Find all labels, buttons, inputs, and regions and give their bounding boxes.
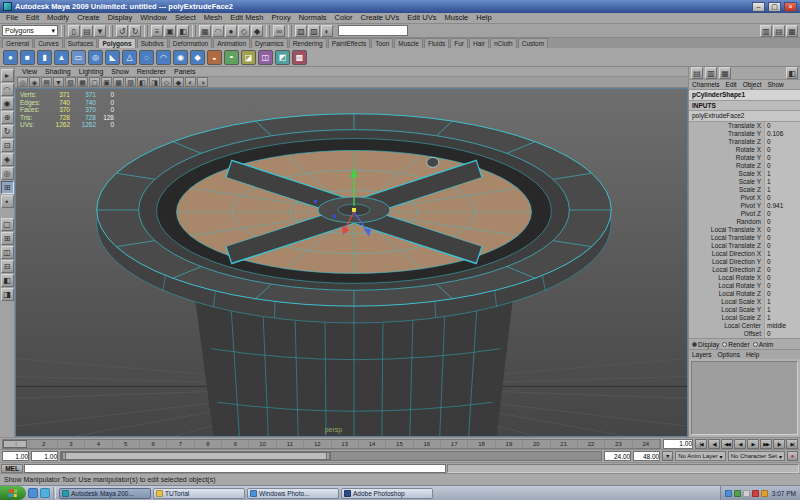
menu-item[interactable]: Window: [136, 13, 171, 23]
panel-toolbar-icon[interactable]: ▦: [77, 77, 88, 87]
menu-item[interactable]: Edit: [22, 13, 43, 23]
layout-shortcut-button[interactable]: ◧: [1, 274, 14, 287]
channel-attribute-name[interactable]: Translate Z: [689, 138, 764, 146]
status-line-icon[interactable]: ▼: [94, 25, 106, 37]
menu-item[interactable]: Display: [104, 13, 137, 23]
current-frame-marker[interactable]: [3, 440, 27, 448]
panel-toolbar-icon[interactable]: ▨: [125, 77, 136, 87]
layout-shortcut-button[interactable]: ◨: [1, 288, 14, 301]
channel-attribute-name[interactable]: Translate X: [689, 122, 764, 130]
channel-attribute-value[interactable]: 0.941: [764, 202, 800, 210]
shelf-icon[interactable]: ◠: [156, 50, 171, 65]
channel-attribute-value[interactable]: 0: [764, 258, 800, 266]
layout-shortcut-button[interactable]: ⊞: [1, 232, 14, 245]
frame-tick[interactable]: 20: [523, 440, 550, 448]
channel-list-view-icon[interactable]: ▤: [691, 67, 703, 79]
playback-end-field[interactable]: [604, 451, 631, 461]
toolbox-tool[interactable]: ⊡: [1, 139, 14, 152]
shelf-tab[interactable]: Animation: [213, 38, 250, 48]
taskbar-clock[interactable]: 3:07 PM: [770, 490, 796, 497]
toolbox-tool[interactable]: ◎: [1, 167, 14, 180]
quick-launch-icon[interactable]: [40, 488, 50, 498]
playback-button[interactable]: ▶▶: [760, 439, 772, 449]
shelf-tab[interactable]: nCloth: [490, 38, 517, 48]
channel-attribute-value[interactable]: middle: [764, 322, 800, 330]
playback-button[interactable]: ◀◀: [721, 439, 733, 449]
menu-item[interactable]: File: [2, 13, 22, 23]
shelf-icon[interactable]: ◉: [173, 50, 188, 65]
tray-icon[interactable]: [725, 490, 732, 497]
channel-attribute-value[interactable]: 1: [764, 306, 800, 314]
frame-tick[interactable]: 15: [386, 440, 413, 448]
menu-item[interactable]: Normals: [295, 13, 331, 23]
shelf-tab[interactable]: Fur: [450, 38, 468, 48]
channel-attribute-name[interactable]: Scale Z: [689, 186, 764, 194]
panel-toolbar-icon[interactable]: ▼: [53, 77, 64, 87]
channel-attribute-value[interactable]: 1: [764, 314, 800, 322]
layer-list-area[interactable]: [691, 361, 798, 435]
status-line-icon[interactable]: ◐: [321, 25, 333, 37]
panel-menu-item[interactable]: Shading: [41, 68, 75, 75]
frame-tick[interactable]: 5: [113, 440, 140, 448]
input-node-name[interactable]: polyExtrudeFace2: [689, 111, 800, 122]
status-line-icon[interactable]: ▯: [68, 25, 80, 37]
layer-editor-menu-item[interactable]: Help: [743, 351, 762, 358]
shelf-tab[interactable]: Muscle: [394, 38, 423, 48]
split-view-icon[interactable]: ▦: [719, 67, 731, 79]
frame-tick[interactable]: 11: [277, 440, 304, 448]
toolbox-tool[interactable]: ⊞: [1, 181, 14, 194]
channel-attribute-name[interactable]: Local Direction Y: [689, 258, 764, 266]
playback-start-field[interactable]: [31, 451, 58, 461]
tray-icon[interactable]: [743, 490, 750, 497]
menu-set-dropdown[interactable]: Polygons ▾: [2, 25, 58, 36]
shelf-icon[interactable]: ◫: [258, 50, 273, 65]
manipulator-options-icon[interactable]: ◧: [786, 67, 798, 79]
frame-tick[interactable]: 12: [304, 440, 331, 448]
channel-attribute-name[interactable]: Local Rotate Y: [689, 282, 764, 290]
panel-toolbar-icon[interactable]: ◐: [185, 77, 196, 87]
layer-editor-menu-item[interactable]: Options: [715, 351, 743, 358]
status-line-separator[interactable]: [266, 25, 270, 37]
selected-shape-node[interactable]: pCylinderShape1: [689, 90, 800, 101]
panel-toolbar-icon[interactable]: ◆: [173, 77, 184, 87]
frame-tick[interactable]: 23: [605, 440, 632, 448]
channel-box-menu-item[interactable]: Channels: [689, 81, 722, 88]
status-line-icon[interactable]: ▣: [164, 25, 176, 37]
current-time-field[interactable]: [663, 439, 693, 449]
frame-tick[interactable]: 18: [468, 440, 495, 448]
channel-attribute-value[interactable]: 1: [764, 250, 800, 258]
channel-attribute-value[interactable]: 1: [764, 186, 800, 194]
maximize-button[interactable]: ▢: [768, 2, 781, 12]
status-line-icon[interactable]: ↺: [116, 25, 128, 37]
channel-attribute-name[interactable]: Scale X: [689, 170, 764, 178]
channel-attribute-value[interactable]: 1: [764, 178, 800, 186]
layer-mode-radio[interactable]: Anim: [753, 341, 774, 348]
playback-button[interactable]: ▶|: [786, 439, 798, 449]
channel-attribute-name[interactable]: Pivot X: [689, 194, 764, 202]
frame-tick[interactable]: 17: [441, 440, 468, 448]
tray-icon[interactable]: [752, 490, 759, 497]
panel-toolbar-icon[interactable]: ▣: [101, 77, 112, 87]
channel-attribute-value[interactable]: 0: [764, 146, 800, 154]
layout-shortcut-button[interactable]: ▢: [1, 218, 14, 231]
shelf-tab[interactable]: Rendering: [289, 38, 327, 48]
menu-item[interactable]: Help: [472, 13, 495, 23]
menu-item[interactable]: Color: [331, 13, 357, 23]
toolbox-tool[interactable]: ◠: [1, 83, 14, 96]
tray-icon[interactable]: [734, 490, 741, 497]
mel-command-input[interactable]: [24, 464, 446, 473]
panel-toolbar-icon[interactable]: ▤: [41, 77, 52, 87]
channel-attribute-name[interactable]: Translate Y: [689, 130, 764, 138]
status-line-icon[interactable]: ◧: [177, 25, 189, 37]
status-line-icon[interactable]: ◆: [251, 25, 263, 37]
shelf-tab[interactable]: PaintEffects: [328, 38, 371, 48]
range-slider-track[interactable]: [60, 451, 602, 461]
frame-tick[interactable]: 4: [85, 440, 112, 448]
status-line-separator[interactable]: [192, 25, 196, 37]
frame-tick[interactable]: 8: [195, 440, 222, 448]
panel-menu-item[interactable]: Lighting: [75, 68, 108, 75]
shelf-icon[interactable]: ▩: [292, 50, 307, 65]
status-line-icon[interactable]: ∞: [273, 25, 285, 37]
toolbox-tool[interactable]: ◉: [1, 97, 14, 110]
shelf-icon[interactable]: ◒: [207, 50, 222, 65]
